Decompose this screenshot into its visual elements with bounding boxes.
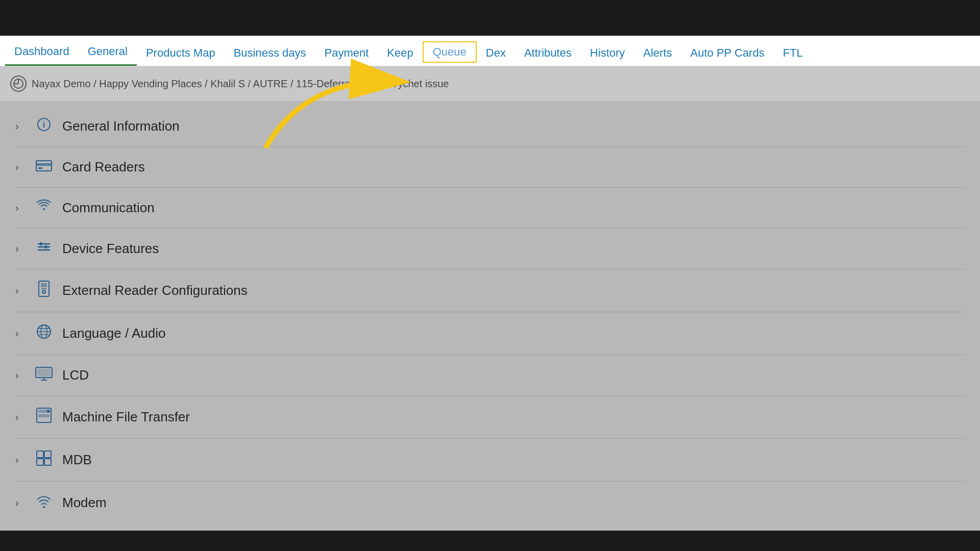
machine-file-transfer-icon [35, 407, 53, 427]
section-card-readers[interactable]: › Card Readers [15, 147, 965, 188]
svg-text:i: i [43, 120, 45, 129]
nav-tabs-container: Dashboard General Products Map Business … [0, 36, 980, 66]
bottom-bar [0, 531, 980, 551]
chevron-icon: › [15, 328, 26, 339]
svg-point-33 [43, 506, 45, 508]
section-label-device-features: Device Features [62, 241, 159, 257]
card-readers-icon [35, 158, 53, 176]
section-label-modem: Modem [62, 495, 107, 511]
tab-attributes[interactable]: Attributes [515, 42, 581, 66]
svg-rect-6 [36, 163, 52, 166]
section-label-card-readers: Card Readers [62, 159, 145, 175]
svg-rect-22 [37, 369, 51, 376]
tab-dex[interactable]: Dex [477, 42, 515, 66]
lcd-icon [35, 366, 53, 384]
chevron-icon: › [15, 202, 26, 214]
tab-products-map[interactable]: Products Map [137, 42, 225, 66]
svg-rect-27 [38, 414, 50, 417]
section-lcd[interactable]: › LCD [15, 355, 965, 396]
tab-dashboard[interactable]: Dashboard [5, 41, 79, 66]
chevron-icon: › [15, 369, 26, 381]
chevron-icon: › [15, 497, 26, 509]
section-language-audio[interactable]: › Language / Audio [15, 312, 965, 355]
communication-icon [35, 199, 53, 217]
svg-rect-13 [45, 245, 47, 248]
breadcrumb-icon [10, 76, 27, 92]
svg-rect-31 [37, 459, 43, 465]
tab-history[interactable]: History [581, 42, 634, 66]
tab-general[interactable]: General [79, 41, 137, 66]
chevron-icon: › [15, 161, 26, 173]
svg-rect-30 [44, 451, 51, 458]
top-bar [0, 0, 980, 36]
svg-rect-29 [37, 451, 43, 458]
section-label-lcd: LCD [62, 367, 89, 383]
svg-rect-7 [38, 167, 42, 169]
tab-payment[interactable]: Payment [315, 42, 378, 66]
chevron-icon: › [15, 285, 26, 296]
section-communication[interactable]: › Communication [15, 188, 965, 229]
device-features-icon [35, 240, 53, 258]
tab-keep[interactable]: Keep [378, 42, 422, 66]
language-audio-icon [35, 323, 53, 343]
section-external-reader-configurations[interactable]: › External Reader Configurations [15, 269, 965, 312]
section-modem[interactable]: › Modem [15, 482, 965, 524]
section-label-general-information: General Information [62, 118, 180, 134]
tab-alerts[interactable]: Alerts [634, 42, 681, 66]
svg-point-28 [47, 410, 50, 413]
breadcrumb-text: Nayax Demo / Happy Vending Places / Khal… [32, 78, 449, 90]
section-label-communication: Communication [62, 200, 155, 216]
tab-auto-pp-cards[interactable]: Auto PP Cards [681, 42, 774, 66]
external-reader-configurations-icon [35, 281, 53, 300]
svg-point-8 [43, 208, 45, 210]
section-machine-file-transfer[interactable]: › Machine File Transfer [15, 396, 965, 439]
section-device-features[interactable]: › Device Features [15, 229, 965, 269]
general-information-icon: i [35, 117, 53, 135]
chevron-icon: › [15, 454, 26, 466]
section-label-machine-file-transfer: Machine File Transfer [62, 409, 190, 425]
chevron-icon: › [15, 120, 26, 132]
section-label-language-audio: Language / Audio [62, 325, 165, 341]
content-area: › i General Information › Card Readers › [0, 101, 980, 536]
chevron-icon: › [15, 411, 26, 423]
section-label-mdb: MDB [62, 452, 92, 468]
chevron-icon: › [15, 243, 26, 255]
breadcrumb: Nayax Demo / Happy Vending Places / Khal… [0, 66, 980, 101]
section-label-external-reader-configurations: External Reader Configurations [62, 283, 248, 298]
tab-ftl[interactable]: FTL [774, 42, 812, 66]
section-mdb[interactable]: › MDB [15, 439, 965, 482]
svg-rect-32 [44, 459, 51, 465]
section-general-information[interactable]: › i General Information [15, 106, 965, 147]
svg-rect-15 [41, 283, 47, 287]
svg-rect-12 [40, 242, 42, 245]
tab-queue[interactable]: Queue [423, 41, 477, 63]
mdb-icon [35, 450, 53, 470]
tab-business-days[interactable]: Business days [225, 42, 315, 66]
svg-point-16 [42, 290, 45, 293]
modem-icon [35, 493, 53, 513]
